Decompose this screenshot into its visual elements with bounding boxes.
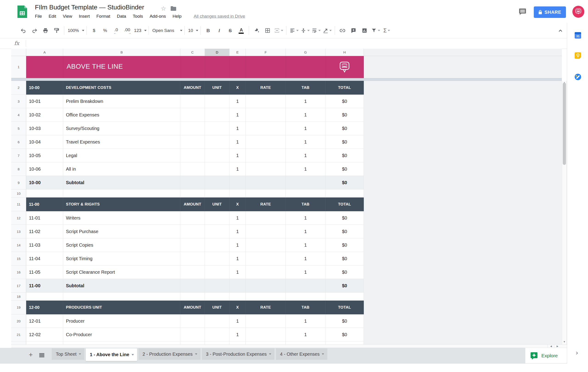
redo-button[interactable] <box>29 25 40 36</box>
row-header-10[interactable]: 10 <box>11 189 26 197</box>
cell-H9[interactable]: $0 <box>326 176 364 189</box>
cell-B20[interactable]: Producer <box>63 314 180 328</box>
row-header-17[interactable]: 17 <box>11 279 26 293</box>
format-currency-button[interactable]: $ <box>89 25 100 36</box>
cell-G14[interactable]: 1 <box>286 238 326 252</box>
increase-decimal-button[interactable]: .00→ <box>122 25 133 36</box>
cell-E8[interactable]: 1 <box>230 162 246 176</box>
cell-H17[interactable]: $0 <box>326 279 364 293</box>
cell-A11[interactable]: 11-00 <box>26 197 63 211</box>
cell-B5[interactable]: Survey/Scouting <box>63 122 180 135</box>
cell-F15[interactable] <box>246 252 286 265</box>
cell-F13[interactable] <box>246 225 286 238</box>
menu-add-ons[interactable]: Add-ons <box>149 14 166 19</box>
cell-C15[interactable] <box>180 252 205 265</box>
cell-F20[interactable] <box>246 314 286 328</box>
cell-G20[interactable]: 1 <box>286 314 326 328</box>
frozen-row-divider[interactable] <box>11 78 562 81</box>
cell-A15[interactable]: 11-04 <box>26 252 63 265</box>
row-header-1[interactable]: 1 <box>11 56 26 78</box>
row-header-12[interactable]: 12 <box>11 211 26 225</box>
collapse-toolbar-button[interactable] <box>555 26 566 35</box>
cell-E21[interactable]: 1 <box>230 328 246 341</box>
cell-A17[interactable]: 11-00 <box>26 279 63 293</box>
cell-A16[interactable]: 11-05 <box>26 265 63 279</box>
cell-E13[interactable]: 1 <box>230 225 246 238</box>
share-button[interactable]: SHARE <box>534 6 566 18</box>
insert-comment-button[interactable] <box>348 25 359 36</box>
cell-C16[interactable] <box>180 265 205 279</box>
add-sheet-button[interactable]: + <box>26 350 36 360</box>
cell-A10[interactable] <box>26 189 63 197</box>
row-header-5[interactable]: 5 <box>11 122 26 135</box>
cell-G2[interactable]: TAB <box>286 81 326 95</box>
cell-C8[interactable] <box>180 162 205 176</box>
row-header-20[interactable]: 20 <box>11 314 26 328</box>
cell-G5[interactable]: 1 <box>286 122 326 135</box>
cell-C19[interactable]: AMOUNT <box>180 300 205 314</box>
cell-D6[interactable] <box>205 135 230 149</box>
cell-B11[interactable]: STORY & RIGHTS <box>63 197 180 211</box>
vertical-align-button[interactable] <box>300 25 311 36</box>
cell-H4[interactable]: $0 <box>326 108 364 122</box>
menu-tools[interactable]: Tools <box>133 14 143 19</box>
column-header-E[interactable]: E <box>230 49 246 56</box>
row-header-18[interactable]: 18 <box>11 293 26 300</box>
cell-E2[interactable]: X <box>230 81 246 95</box>
cell-F11[interactable]: RATE <box>246 197 286 211</box>
cell-C7[interactable] <box>180 149 205 162</box>
cell-G7[interactable]: 1 <box>286 149 326 162</box>
cell-H12[interactable]: $0 <box>326 211 364 225</box>
menu-file[interactable]: File <box>35 14 42 19</box>
cell-C12[interactable] <box>180 211 205 225</box>
cell-E12[interactable]: 1 <box>230 211 246 225</box>
cell-D14[interactable] <box>205 238 230 252</box>
cell-A8[interactable]: 10-06 <box>26 162 63 176</box>
cell-A4[interactable]: 10-02 <box>26 108 63 122</box>
cell-A7[interactable]: 10-05 <box>26 149 63 162</box>
italic-button[interactable]: I <box>214 25 225 36</box>
row-header-15[interactable]: 15 <box>11 252 26 265</box>
cell-B3[interactable]: Prelim Breakdown <box>63 95 180 108</box>
calendar-icon[interactable]: 31 <box>575 32 581 39</box>
cell-B4[interactable]: Office Expenses <box>63 108 180 122</box>
menu-edit[interactable]: Edit <box>49 14 56 19</box>
column-header-G[interactable]: G <box>286 49 326 56</box>
cell-A12[interactable]: 11-01 <box>26 211 63 225</box>
cell-C2[interactable]: AMOUNT <box>180 81 205 95</box>
cell-E20[interactable]: 1 <box>230 314 246 328</box>
sheet-tab-2-production-expenses[interactable]: 2 - Production Expenses <box>138 348 200 360</box>
cell-F7[interactable] <box>246 149 286 162</box>
cell-B15[interactable]: Script Timing <box>63 252 180 265</box>
sheet-tab-1-above-the-line[interactable]: 1 - Above the Line <box>86 348 137 361</box>
print-button[interactable] <box>40 25 51 36</box>
account-avatar[interactable] <box>572 6 584 18</box>
cell-F8[interactable] <box>246 162 286 176</box>
undo-button[interactable] <box>18 25 29 36</box>
fill-color-button[interactable] <box>251 25 262 36</box>
column-header-D[interactable]: D <box>205 49 230 56</box>
chevron-down-icon[interactable] <box>322 353 324 355</box>
cell-G6[interactable]: 1 <box>286 135 326 149</box>
cell-E11[interactable]: X <box>230 197 246 211</box>
cell-G15[interactable]: 1 <box>286 252 326 265</box>
cell-G4[interactable]: 1 <box>286 108 326 122</box>
cell-B21[interactable]: Co-Producer <box>63 328 180 341</box>
cell-A9[interactable]: 10-00 <box>26 176 63 189</box>
cell-H13[interactable]: $0 <box>326 225 364 238</box>
cell-B14[interactable]: Script Copies <box>63 238 180 252</box>
keep-icon[interactable] <box>575 52 581 59</box>
cell-B10[interactable] <box>63 189 180 197</box>
expand-side-panel-chevron[interactable]: › <box>576 349 578 356</box>
cell-A2[interactable]: 10-00 <box>26 81 63 95</box>
cell-A5[interactable]: 10-03 <box>26 122 63 135</box>
text-rotation-button[interactable] <box>322 25 333 36</box>
cell-H7[interactable]: $0 <box>326 149 364 162</box>
column-header-F[interactable]: F <box>246 49 286 56</box>
cell-H2[interactable]: TOTAL <box>326 81 364 95</box>
cell-C6[interactable] <box>180 135 205 149</box>
chevron-down-icon[interactable] <box>79 353 81 355</box>
cell-E16[interactable]: 1 <box>230 265 246 279</box>
decrease-decimal-button[interactable]: .0← <box>111 25 122 36</box>
strikethrough-button[interactable]: S <box>225 25 236 36</box>
